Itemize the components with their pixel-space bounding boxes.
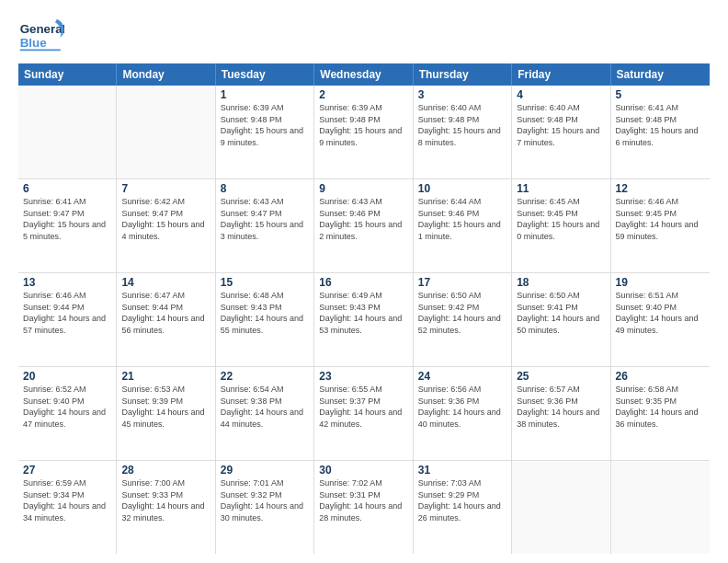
day-number: 11 xyxy=(517,182,605,195)
cell-details: Sunrise: 6:40 AM Sunset: 9:48 PM Dayligh… xyxy=(418,102,506,148)
calendar-cell: 15Sunrise: 6:48 AM Sunset: 9:43 PM Dayli… xyxy=(216,273,314,366)
cell-details: Sunrise: 6:47 AM Sunset: 9:44 PM Dayligh… xyxy=(121,290,210,336)
svg-text:Blue: Blue xyxy=(20,36,47,50)
cell-details: Sunrise: 6:45 AM Sunset: 9:45 PM Dayligh… xyxy=(517,196,605,242)
calendar-cell: 20Sunrise: 6:52 AM Sunset: 9:40 PM Dayli… xyxy=(18,367,117,460)
day-number: 29 xyxy=(221,464,309,477)
day-number: 25 xyxy=(517,370,605,383)
logo: General Blue xyxy=(18,15,64,56)
calendar-cell: 25Sunrise: 6:57 AM Sunset: 9:36 PM Dayli… xyxy=(512,367,610,460)
day-number: 10 xyxy=(418,182,506,195)
cell-details: Sunrise: 6:50 AM Sunset: 9:42 PM Dayligh… xyxy=(418,290,506,336)
calendar-cell: 23Sunrise: 6:55 AM Sunset: 9:37 PM Dayli… xyxy=(314,367,413,460)
day-number: 13 xyxy=(23,276,111,289)
day-number: 18 xyxy=(517,276,605,289)
day-number: 19 xyxy=(616,276,705,289)
day-number: 31 xyxy=(418,464,506,477)
day-number: 2 xyxy=(319,88,407,101)
day-number: 23 xyxy=(319,370,407,383)
day-number: 9 xyxy=(319,182,407,195)
calendar-cell: 27Sunrise: 6:59 AM Sunset: 9:34 PM Dayli… xyxy=(18,461,117,554)
day-number: 26 xyxy=(616,370,705,383)
day-number: 22 xyxy=(221,370,309,383)
calendar-cell xyxy=(117,86,215,178)
calendar-cell: 5Sunrise: 6:41 AM Sunset: 9:48 PM Daylig… xyxy=(611,86,710,178)
cell-details: Sunrise: 6:41 AM Sunset: 9:47 PM Dayligh… xyxy=(23,196,111,242)
calendar-cell: 6Sunrise: 6:41 AM Sunset: 9:47 PM Daylig… xyxy=(18,179,117,272)
cell-details: Sunrise: 6:39 AM Sunset: 9:48 PM Dayligh… xyxy=(221,102,309,148)
calendar-header-cell: Sunday xyxy=(18,63,117,86)
day-number: 30 xyxy=(319,464,407,477)
calendar-cell xyxy=(18,86,117,178)
calendar-cell: 7Sunrise: 6:42 AM Sunset: 9:47 PM Daylig… xyxy=(117,179,215,272)
calendar-cell: 18Sunrise: 6:50 AM Sunset: 9:41 PM Dayli… xyxy=(512,273,610,366)
cell-details: Sunrise: 6:57 AM Sunset: 9:36 PM Dayligh… xyxy=(517,384,605,430)
header: General Blue xyxy=(18,15,710,56)
cell-details: Sunrise: 6:58 AM Sunset: 9:35 PM Dayligh… xyxy=(616,384,705,430)
calendar-cell: 12Sunrise: 6:46 AM Sunset: 9:45 PM Dayli… xyxy=(611,179,710,272)
day-number: 17 xyxy=(418,276,506,289)
cell-details: Sunrise: 6:43 AM Sunset: 9:46 PM Dayligh… xyxy=(319,196,407,242)
cell-details: Sunrise: 6:53 AM Sunset: 9:39 PM Dayligh… xyxy=(121,384,210,430)
day-number: 27 xyxy=(23,464,111,477)
cell-details: Sunrise: 6:49 AM Sunset: 9:43 PM Dayligh… xyxy=(319,290,407,336)
calendar-row: 6Sunrise: 6:41 AM Sunset: 9:47 PM Daylig… xyxy=(18,179,710,273)
cell-details: Sunrise: 6:43 AM Sunset: 9:47 PM Dayligh… xyxy=(221,196,309,242)
calendar-row: 13Sunrise: 6:46 AM Sunset: 9:44 PM Dayli… xyxy=(18,273,710,367)
calendar-cell: 26Sunrise: 6:58 AM Sunset: 9:35 PM Dayli… xyxy=(611,367,710,460)
calendar-cell: 1Sunrise: 6:39 AM Sunset: 9:48 PM Daylig… xyxy=(216,86,314,178)
cell-details: Sunrise: 6:42 AM Sunset: 9:47 PM Dayligh… xyxy=(121,196,210,242)
day-number: 28 xyxy=(121,464,210,477)
day-number: 21 xyxy=(121,370,210,383)
cell-details: Sunrise: 6:41 AM Sunset: 9:48 PM Dayligh… xyxy=(616,102,705,148)
page: General Blue SundayMondayTuesdayWednesda… xyxy=(0,0,728,563)
calendar-cell: 2Sunrise: 6:39 AM Sunset: 9:48 PM Daylig… xyxy=(314,86,413,178)
cell-details: Sunrise: 7:02 AM Sunset: 9:31 PM Dayligh… xyxy=(319,477,407,523)
day-number: 24 xyxy=(418,370,506,383)
calendar-cell: 4Sunrise: 6:40 AM Sunset: 9:48 PM Daylig… xyxy=(512,86,610,178)
day-number: 6 xyxy=(23,182,111,195)
calendar-header-cell: Saturday xyxy=(611,63,710,86)
calendar-cell xyxy=(611,461,710,554)
calendar-cell: 19Sunrise: 6:51 AM Sunset: 9:40 PM Dayli… xyxy=(611,273,710,366)
day-number: 16 xyxy=(319,276,407,289)
cell-details: Sunrise: 7:03 AM Sunset: 9:29 PM Dayligh… xyxy=(418,477,506,523)
calendar-cell: 24Sunrise: 6:56 AM Sunset: 9:36 PM Dayli… xyxy=(414,367,512,460)
day-number: 14 xyxy=(121,276,210,289)
calendar-header-cell: Wednesday xyxy=(314,63,413,86)
cell-details: Sunrise: 7:01 AM Sunset: 9:32 PM Dayligh… xyxy=(221,477,309,523)
calendar-header: SundayMondayTuesdayWednesdayThursdayFrid… xyxy=(18,63,710,86)
calendar-cell: 22Sunrise: 6:54 AM Sunset: 9:38 PM Dayli… xyxy=(216,367,314,460)
day-number: 5 xyxy=(616,88,705,101)
calendar-cell: 14Sunrise: 6:47 AM Sunset: 9:44 PM Dayli… xyxy=(117,273,215,366)
calendar-cell: 31Sunrise: 7:03 AM Sunset: 9:29 PM Dayli… xyxy=(414,461,512,554)
calendar-cell: 3Sunrise: 6:40 AM Sunset: 9:48 PM Daylig… xyxy=(414,86,512,178)
calendar-cell: 16Sunrise: 6:49 AM Sunset: 9:43 PM Dayli… xyxy=(314,273,413,366)
cell-details: Sunrise: 6:56 AM Sunset: 9:36 PM Dayligh… xyxy=(418,384,506,430)
cell-details: Sunrise: 6:48 AM Sunset: 9:43 PM Dayligh… xyxy=(221,290,309,336)
calendar-cell: 17Sunrise: 6:50 AM Sunset: 9:42 PM Dayli… xyxy=(414,273,512,366)
calendar-cell: 13Sunrise: 6:46 AM Sunset: 9:44 PM Dayli… xyxy=(18,273,117,366)
calendar-cell xyxy=(512,461,610,554)
cell-details: Sunrise: 6:55 AM Sunset: 9:37 PM Dayligh… xyxy=(319,384,407,430)
cell-details: Sunrise: 6:51 AM Sunset: 9:40 PM Dayligh… xyxy=(616,290,705,336)
calendar-body: 1Sunrise: 6:39 AM Sunset: 9:48 PM Daylig… xyxy=(18,86,710,554)
cell-details: Sunrise: 7:00 AM Sunset: 9:33 PM Dayligh… xyxy=(121,477,210,523)
day-number: 1 xyxy=(221,88,309,101)
cell-details: Sunrise: 6:59 AM Sunset: 9:34 PM Dayligh… xyxy=(23,477,111,523)
logo-icon: General Blue xyxy=(18,15,64,56)
cell-details: Sunrise: 6:52 AM Sunset: 9:40 PM Dayligh… xyxy=(23,384,111,430)
calendar-row: 1Sunrise: 6:39 AM Sunset: 9:48 PM Daylig… xyxy=(18,86,710,179)
cell-details: Sunrise: 6:39 AM Sunset: 9:48 PM Dayligh… xyxy=(319,102,407,148)
cell-details: Sunrise: 6:40 AM Sunset: 9:48 PM Dayligh… xyxy=(517,102,605,148)
day-number: 12 xyxy=(616,182,705,195)
day-number: 4 xyxy=(517,88,605,101)
calendar-cell: 29Sunrise: 7:01 AM Sunset: 9:32 PM Dayli… xyxy=(216,461,314,554)
cell-details: Sunrise: 6:46 AM Sunset: 9:44 PM Dayligh… xyxy=(23,290,111,336)
calendar-cell: 8Sunrise: 6:43 AM Sunset: 9:47 PM Daylig… xyxy=(216,179,314,272)
cell-details: Sunrise: 6:54 AM Sunset: 9:38 PM Dayligh… xyxy=(221,384,309,430)
day-number: 15 xyxy=(221,276,309,289)
calendar-header-cell: Thursday xyxy=(414,63,512,86)
day-number: 7 xyxy=(121,182,210,195)
calendar-header-cell: Monday xyxy=(117,63,215,86)
